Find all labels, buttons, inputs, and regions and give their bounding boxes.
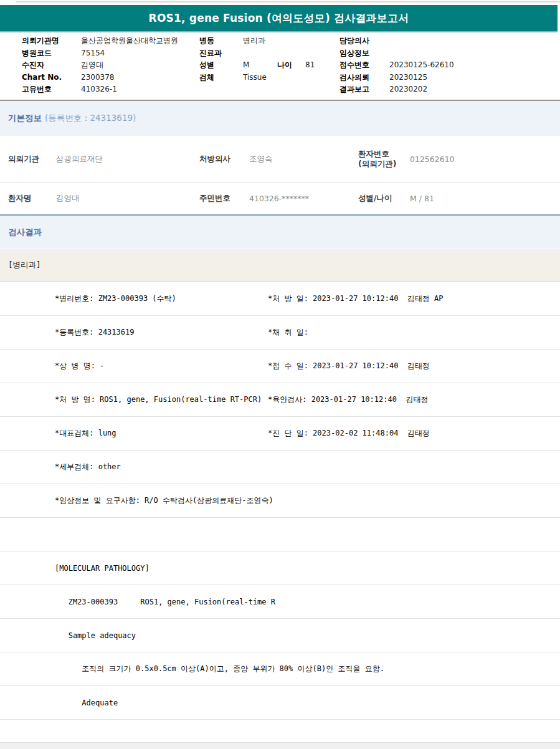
header-field: 검사의뢰20230125 (339, 72, 454, 84)
header-field: 의뢰기관명울산공업학원울산대학교병원 (22, 35, 178, 47)
category-label: [병리과] (8, 260, 41, 270)
cell-label: 환자번호(의뢰기관) (358, 149, 410, 169)
header-field: 접수번호20230125-62610 (339, 59, 454, 72)
detail-left: ZM23-000393 ROS1, gene, Fusion(real-time… (55, 598, 275, 606)
field-label: 고유번호 (22, 83, 81, 96)
cell-value: 410326-******* (249, 194, 358, 203)
detail-right: *진 단 일: 2023-02-02 11:48:04 김태정 (268, 428, 430, 439)
detail-left: *처 방 명: ROS1, gene, Fusion(real-time RT-… (55, 394, 268, 405)
detail-row: *등록번호: 24313619*채 취 일: (0, 316, 560, 350)
top-divider (16, 1, 560, 2)
field-value: M (243, 59, 249, 72)
header-field: 결과보고20230202 (339, 83, 454, 96)
field-label: 수진자 (22, 59, 81, 72)
detail-right: *육안검사: 2023-01-27 10:12:40 김태정 (268, 394, 428, 405)
field-value: 410326-1 (81, 83, 117, 96)
field-value: 81 (305, 59, 315, 72)
footer-strip (0, 742, 560, 749)
field-label: 성별 (199, 59, 243, 72)
cell-value: M / 81 (410, 194, 560, 203)
detail-row: *병리번호: ZM23-000393 (수탁)*처 방 일: 2023-01-2… (0, 282, 560, 316)
field-label: 검체 (199, 72, 243, 84)
field-value: 20230202 (389, 83, 427, 96)
detail-row: *임상정보 및 요구사항: R/O 수탁검사(삼광의료재단-조영숙) (0, 484, 560, 518)
cell-label: 처방의사 (199, 154, 249, 165)
field-value: 20230125 (389, 72, 427, 84)
field-label: 임상정보 (339, 47, 389, 60)
cell-value: 김영대 (56, 193, 199, 204)
detail-left: *세부검체: other (55, 462, 268, 472)
department-category-row: [병리과] (0, 249, 560, 282)
header-field: 담당의사 (339, 35, 454, 47)
field-value: 병리과 (243, 35, 265, 47)
header-field: 임상정보 (339, 47, 454, 60)
detail-left: *병리번호: ZM23-000393 (수탁) (55, 293, 268, 304)
detail-left: *상 병 명: - (55, 361, 268, 371)
cell-value: 012562610 (410, 155, 560, 164)
header-field: 병동병리과 (199, 35, 267, 47)
field-value: 울산공업학원울산대학교병원 (81, 35, 178, 47)
section-title: 기본정보 (8, 113, 42, 124)
field-label: Chart No. (22, 72, 81, 84)
header-col-left: 의뢰기관명울산공업학원울산대학교병원 병원코드75154 수진자김영대 Char… (22, 35, 178, 96)
field-label: 검사의뢰 (339, 72, 389, 84)
detail-left: Sample adequacy (55, 631, 268, 640)
field-value: 김영대 (81, 59, 103, 72)
header-field: 수진자김영대 (22, 59, 178, 72)
header-col-middle: 병동병리과 진료과 성별M 나이81 검체Tissue (199, 35, 267, 83)
table-row: 의뢰기관 삼광의료재단 처방의사 조영숙 환자번호(의뢰기관) 01256261… (0, 136, 560, 183)
cell-label: 성별/나이 (358, 193, 410, 204)
field-label: 나이 (277, 59, 305, 72)
header-field: 진료과 (199, 47, 267, 60)
table-row: 환자명 김영대 주민번호 410326-******* 성별/나이 M / 81 (0, 183, 560, 214)
cell-value: 삼광의료재단 (56, 154, 199, 165)
detail-right: *채 취 일: (268, 327, 308, 338)
field-label: 의뢰기관명 (22, 35, 81, 47)
detail-row: [MOLECULAR PATHOLOGY] (0, 551, 560, 585)
result-detail-rows: *병리번호: ZM23-000393 (수탁)*처 방 일: 2023-01-2… (0, 282, 560, 742)
age-field: 나이81 (277, 59, 315, 72)
detail-row: *세부검체: other (0, 451, 560, 484)
patient-info-table: 의뢰기관 삼광의료재단 처방의사 조영숙 환자번호(의뢰기관) 01256261… (0, 136, 560, 214)
section-title: 검사결과 (8, 227, 42, 238)
section-header-test-results: 검사결과 (0, 214, 560, 249)
field-label: 진료과 (199, 47, 243, 60)
header-field: 병원코드75154 (22, 47, 178, 60)
detail-row-empty (0, 518, 560, 551)
cell-label: 환자명 (8, 193, 56, 204)
detail-row: *상 병 명: -*접 수 일: 2023-01-27 10:12:40 김태정 (0, 350, 560, 383)
detail-left: *임상정보 및 요구사항: R/O 수탁검사(삼광의료재단-조영숙) (55, 495, 273, 506)
detail-left: Adequate (55, 699, 268, 707)
detail-left: *대표검체: lung (55, 428, 268, 439)
header-info: 의뢰기관명울산공업학원울산대학교병원 병원코드75154 수진자김영대 Char… (0, 35, 560, 100)
detail-row: *처 방 명: ROS1, gene, Fusion(real-time RT-… (0, 383, 560, 417)
detail-right: *접 수 일: 2023-01-27 10:12:40 김태정 (268, 361, 430, 371)
detail-left: 조직의 크기가 0.5x0.5cm 이상(A)이고, 종양 부위가 80% 이상… (55, 664, 384, 674)
detail-row: Sample adequacy (0, 619, 560, 652)
detail-row: 조직의 크기가 0.5x0.5cm 이상(A)이고, 종양 부위가 80% 이상… (0, 652, 560, 686)
field-label: 결과보고 (339, 83, 389, 96)
header-field: Chart No.2300378 (22, 72, 178, 84)
header-col-right: 담당의사 임상정보 접수번호20230125-62610 검사의뢰2023012… (339, 35, 454, 96)
header-field: 성별M 나이81 (199, 59, 267, 72)
detail-row: Adequate (0, 686, 560, 720)
field-label: 담당의사 (339, 35, 389, 47)
field-label: 병원코드 (22, 47, 81, 60)
field-label: 병동 (199, 35, 243, 47)
detail-row: ZM23-000393 ROS1, gene, Fusion(real-time… (0, 585, 560, 619)
cell-label: 의뢰기관 (8, 154, 56, 165)
header-field: 검체Tissue (199, 72, 267, 84)
header-field: 고유번호410326-1 (22, 83, 178, 96)
section-subtitle: (등록번호 : 24313619) (45, 113, 136, 124)
cell-label: 주민번호 (199, 193, 249, 204)
detail-right: *처 방 일: 2023-01-27 10:12:40 김태정 AP (268, 293, 444, 304)
field-value: Tissue (243, 72, 267, 84)
section-header-basic-info: 기본정보 (등록번호 : 24313619) (0, 100, 560, 136)
field-value: 75154 (81, 47, 105, 60)
detail-row: *대표검체: lung*진 단 일: 2023-02-02 11:48:04 김… (0, 417, 560, 451)
cell-value: 조영숙 (249, 154, 358, 165)
field-value: 2300378 (81, 72, 114, 84)
detail-left: *등록번호: 24313619 (55, 327, 268, 338)
field-value: 20230125-62610 (389, 59, 454, 72)
report-title-bar: ROS1, gene Fusion (여의도성모) 검사결과보고서 (0, 5, 558, 32)
